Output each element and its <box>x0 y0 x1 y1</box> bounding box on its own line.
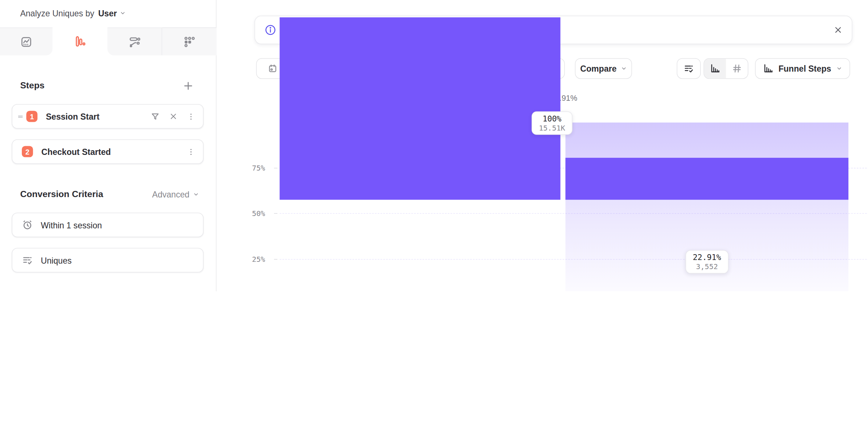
tooltip-percent: 22.91% <box>693 253 721 262</box>
y-axis-label: 25% <box>240 255 265 264</box>
flows-icon <box>128 36 141 48</box>
analyze-by-row: Analyze Uniques by User <box>20 6 126 20</box>
step-number-badge: 2 <box>22 146 33 157</box>
y-axis-label: 50% <box>240 209 265 217</box>
tooltip-percent: 100% <box>539 114 565 123</box>
main-area: Welcome! You are viewing a Mixpanel demo… <box>216 0 868 291</box>
analyze-by-label: Analyze Uniques by <box>20 8 94 17</box>
step-card-1[interactable]: 1 Session Start <box>12 104 204 129</box>
tab-retention[interactable] <box>162 27 216 55</box>
uniques-list-icon <box>22 255 33 266</box>
report-type-tabs <box>0 27 216 55</box>
tab-flows[interactable] <box>107 27 162 55</box>
add-step-button[interactable] <box>182 80 194 92</box>
funnels-icon <box>74 35 86 48</box>
step-menu-icon[interactable] <box>187 147 195 156</box>
counting-method-card[interactable]: Uniques <box>12 248 204 273</box>
step-name: Checkout Started <box>41 147 187 156</box>
step-name: Session Start <box>46 112 150 121</box>
y-tick <box>274 168 277 169</box>
steps-title: Steps <box>20 81 44 91</box>
y-axis-label: 75% <box>240 164 265 172</box>
chevron-down-icon <box>193 191 199 197</box>
mixpanel-funnel-page: Analyze Uniques by User Steps 1 <box>0 0 868 291</box>
bar-1-tooltip: 100% 15.51K <box>532 111 572 135</box>
advanced-dropdown[interactable]: Advanced <box>152 190 199 199</box>
conversion-window-label: Within 1 session <box>41 220 102 229</box>
drag-handle-icon[interactable] <box>17 113 24 120</box>
step-card-2[interactable]: 2 Checkout Started <box>12 139 204 164</box>
advanced-label: Advanced <box>152 190 190 199</box>
tooltip-count: 3,552 <box>693 263 721 271</box>
conversion-criteria-title: Conversion Criteria <box>20 189 103 199</box>
chevron-down-icon <box>120 10 126 16</box>
tooltip-count: 15.51K <box>539 124 565 132</box>
funnel-bar-2[interactable] <box>566 158 849 200</box>
y-tick <box>274 213 277 214</box>
conversion-window-card[interactable]: Within 1 session <box>12 213 204 237</box>
analyze-by-dropdown[interactable]: User <box>98 8 126 17</box>
filter-step-icon[interactable] <box>150 112 160 121</box>
counting-method-label: Uniques <box>41 255 72 265</box>
step-number-badge: 1 <box>26 111 37 122</box>
insights-icon <box>20 36 32 48</box>
sidebar: Analyze Uniques by User Steps 1 <box>0 0 216 291</box>
alarm-clock-icon <box>22 219 33 231</box>
remove-step-icon[interactable] <box>169 112 178 121</box>
tab-insights[interactable] <box>0 27 53 55</box>
retention-icon <box>183 36 196 48</box>
y-tick <box>274 259 277 260</box>
tab-funnels[interactable] <box>53 27 108 55</box>
step-menu-icon[interactable] <box>187 112 195 121</box>
analyze-by-value: User <box>98 8 117 17</box>
funnel-bar-1[interactable] <box>280 17 560 200</box>
bar-2-tooltip: 22.91% 3,552 <box>686 250 728 274</box>
funnel-chart: 75% 50% 25% 0% 100% 15.51K 22.91% 3,552 <box>216 0 868 291</box>
